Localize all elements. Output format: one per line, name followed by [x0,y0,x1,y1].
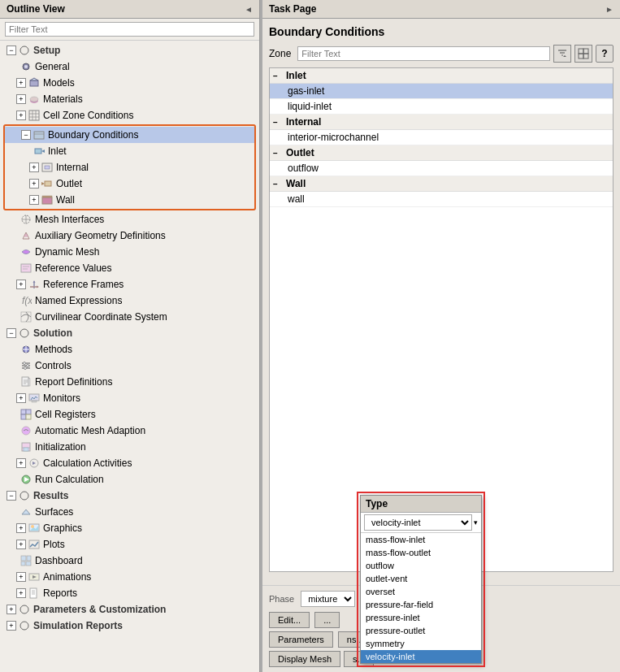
tree-item-animations[interactable]: + Animations [0,569,259,585]
dropdown-item-overset[interactable]: overset [361,585,481,598]
inlet-expand-icon[interactable]: − [273,72,283,80]
tree-item-dynamic-mesh[interactable]: Dynamic Mesh [0,244,259,260]
expand-animations[interactable]: + [16,572,26,582]
tree-item-wall[interactable]: + Wall [5,192,254,208]
expand-cell-zone[interactable]: + [16,111,26,120]
tree-item-monitors[interactable]: + Monitors [0,390,259,406]
bc-icon [33,128,46,141]
tree-item-inlet[interactable]: Inlet [5,143,254,159]
expand-calc-activities[interactable]: + [16,458,26,468]
bc-item-outflow[interactable]: outflow [270,161,613,176]
tree-item-setup[interactable]: − Setup [0,42,259,59]
dropdown-item-pressure-far-field[interactable]: pressure-far-field [361,598,481,611]
tree-item-aux-geometry[interactable]: Auxiliary Geometry Definitions [0,228,259,244]
dropdown-item-pressure-inlet[interactable]: pressure-inlet [361,611,481,624]
tree-item-cell-zone[interactable]: + Cell Zone Conditions [0,107,259,124]
zone-filter-input[interactable] [297,46,550,61]
dropdown-item-velocity-inlet[interactable]: velocity-inlet [361,650,481,663]
tree-item-boundary-conditions[interactable]: − Boundary Conditions [5,127,254,143]
bc-item-interior-microchannel[interactable]: interior-microchannel [270,130,613,145]
help-button[interactable]: ? [596,45,613,63]
ellipsis-btn-1[interactable]: ... [314,612,340,628]
dropdown-header: Type [361,496,481,513]
tree-item-results[interactable]: − Results [0,488,259,504]
tree-item-params-custom[interactable]: + Parameters & Customization [0,601,259,618]
expand-sim-reports[interactable]: + [7,621,16,631]
tree-item-mesh-interfaces[interactable]: Mesh Interfaces [0,211,259,228]
edit-button[interactable]: Edit... [269,612,310,628]
display-mesh-button[interactable]: Display Mesh [269,651,340,667]
svg-rect-69 [21,561,25,566]
parameters-button[interactable]: Parameters [269,631,333,648]
expand-reports[interactable]: + [16,588,26,598]
expand-ref-frames[interactable]: + [16,280,26,289]
zone-filter-btn2[interactable] [574,45,592,63]
tree-item-models[interactable]: + Models [0,75,259,91]
bc-item-liquid-inlet[interactable]: liquid-inlet [270,99,613,115]
bc-section-inlet-header[interactable]: − Inlet [270,68,613,84]
tree-item-reference-frames[interactable]: + Reference Frames [0,276,259,293]
tree-item-internal[interactable]: + Internal [5,159,254,176]
dropdown-item-mass-flow-outlet[interactable]: mass-flow-outlet [361,546,481,559]
expand-outlet[interactable]: + [29,179,39,189]
expand-bc[interactable]: − [21,130,31,140]
tree-item-dashboard[interactable]: Dashboard [0,553,259,569]
tree-item-reports[interactable]: + Reports [0,585,259,601]
dropdown-item-mass-flow-inlet[interactable]: mass-flow-inlet [361,533,481,546]
results-label: Results [33,490,68,501]
expand-results[interactable]: − [7,491,16,501]
outline-collapse-arrow[interactable]: ◄ [245,5,253,14]
bc-item-wall[interactable]: wall [270,192,613,207]
dropdown-item-pressure-outlet[interactable]: pressure-outlet [361,624,481,637]
dropdown-item-outflow[interactable]: outflow [361,559,481,572]
internal-expand-icon[interactable]: − [273,118,283,127]
expand-wall[interactable]: + [29,195,39,205]
tree-item-plots[interactable]: + Plots [0,536,259,553]
tree-item-initialization[interactable]: Initialization [0,439,259,455]
expand-monitors[interactable]: + [16,393,26,403]
tree-item-named-expressions[interactable]: f(x) Named Expressions [0,293,259,309]
outlet-expand-icon[interactable]: − [273,149,283,158]
expand-graphics[interactable]: + [16,523,26,533]
tree-item-reference-values[interactable]: Reference Values [0,260,259,276]
tree-item-calc-activities[interactable]: + Calculation Activities [0,455,259,471]
dropdown-item-outlet-vent[interactable]: outlet-vent [361,572,481,585]
tree-item-report-defs[interactable]: Report Definitions [0,374,259,390]
tree-item-methods[interactable]: Methods [0,341,259,358]
tree-item-surfaces[interactable]: Surfaces [0,504,259,520]
expand-setup[interactable]: − [7,46,16,55]
expand-solution[interactable]: − [7,328,16,338]
outline-filter-input[interactable] [5,22,254,37]
zone-filter-btn1[interactable] [553,45,571,63]
initialization-label: Initialization [35,441,86,453]
task-header: Task Page ► [262,0,620,19]
tree-item-materials[interactable]: + Materials [0,91,259,107]
internal-icon [41,161,54,174]
bc-item-gas-inlet[interactable]: gas-inlet [270,84,613,99]
tree-item-curvilinear[interactable]: Curvilinear Coordinate System [0,309,259,325]
svg-rect-14 [35,149,41,154]
task-collapse-arrow[interactable]: ► [605,5,613,14]
dropdown-scroll-btn[interactable]: ▾ [474,518,478,527]
expand-params[interactable]: + [7,605,16,614]
bc-section-wall-header[interactable]: − Wall [270,176,613,192]
tree-item-auto-mesh[interactable]: Automatic Mesh Adaption [0,423,259,439]
tree-item-run-calculation[interactable]: Run Calculation [0,471,259,488]
tree-item-cell-registers[interactable]: Cell Registers [0,406,259,423]
tree-item-solution[interactable]: − Solution [0,325,259,341]
expand-models[interactable]: + [16,78,26,88]
expand-internal[interactable]: + [29,163,39,172]
expand-materials[interactable]: + [16,94,26,104]
dropdown-item-symmetry[interactable]: symmetry [361,637,481,650]
phase-select[interactable]: mixture [301,591,355,607]
tree-item-general[interactable]: General [0,59,259,75]
tree-item-graphics[interactable]: + Graphics [0,520,259,536]
tree-item-sim-reports[interactable]: + Simulation Reports [0,618,259,634]
tree-item-controls[interactable]: Controls [0,358,259,374]
tree-item-outlet[interactable]: + Outlet [5,176,254,192]
wall-expand-icon[interactable]: − [273,180,283,189]
bc-section-outlet-header[interactable]: − Outlet [270,145,613,161]
expand-plots[interactable]: + [16,540,26,549]
bc-section-internal-header[interactable]: − Internal [270,115,613,130]
type-select-current[interactable]: velocity-inlet [364,514,472,531]
